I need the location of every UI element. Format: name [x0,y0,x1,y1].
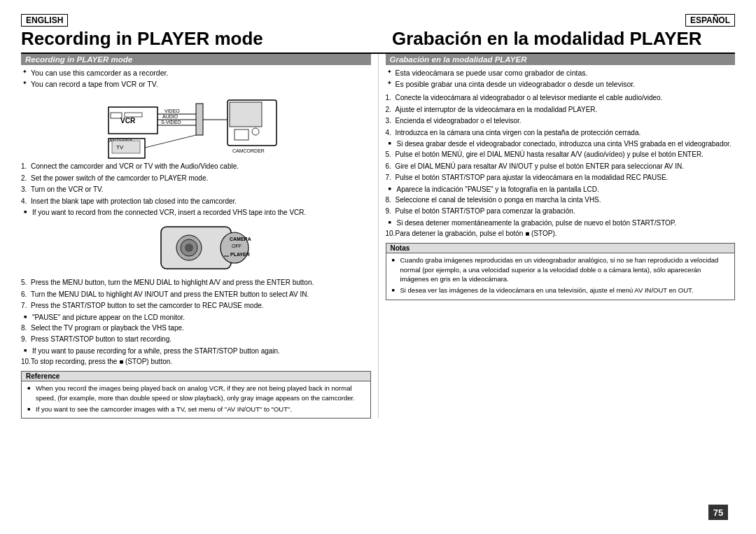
camera-dial-diagram: CAMERA OFF PLAYER [126,220,266,276]
lang-english: ENGLISH [21,14,68,27]
page: ENGLISH ESPAÑOL Recording in PLAYER mode… [0,0,756,534]
ref-es-2: Si desea ver las imágenes de la videocám… [391,286,731,295]
step-en-4: 4. Insert the blank tape with protection… [21,197,371,207]
intro-es-1: Esta videocámara se puede usar como grab… [387,68,736,78]
intro-en-1: You can use this camcorder as a recorder… [22,68,371,78]
intro-en-2: You can record a tape from VCR or TV. [22,79,371,90]
top-labels: ENGLISH ESPAÑOL [21,14,735,27]
diagram-top-en: VCR ANTENNA VIDEO AUDIO S-VIDEO [21,93,371,160]
diagram-bottom-en: CAMERA OFF PLAYER [21,220,371,276]
svg-point-19 [252,128,259,135]
svg-point-25 [185,244,193,252]
step-en-9-sub: If you want to pause recording for a whi… [21,346,371,356]
page-number: 75 [708,505,728,520]
steps-es: 1. Conecte la videocámara al videograbad… [386,93,736,239]
content-area: Recording in PLAYER mode You can use thi… [21,54,735,419]
svg-rect-18 [234,129,248,140]
step-es-7: 7. Pulse el botón START/STOP para ajusta… [386,173,736,183]
step-en-5: 5. Press the MENU button, turn the MENU … [21,278,371,288]
section-header-es: Grabación en la modalidad PLAYER [386,54,736,65]
intro-en: You can use this camcorder as a recorder… [21,68,371,89]
step-es-9-sub: Si desea detener momentáneamente la grab… [386,218,736,228]
step-es-9: 9. Pulse el botón START/STOP para comenz… [386,206,736,217]
step-en-2: 2. Set the power switch of the camcorder… [21,174,371,184]
svg-text:CAMCORDER: CAMCORDER [232,148,265,153]
lang-espanol: ESPAÑOL [685,14,735,27]
main-title-english: Recording in PLAYER mode [21,28,378,50]
reference-box-es: Notas Cuando graba imágenes reproducidas… [386,243,736,300]
reference-header-en: Reference [22,372,370,381]
svg-text:PLAYER: PLAYER [230,252,250,257]
step-en-7-sub: "PAUSE" and picture appear on the LCD mo… [21,313,371,323]
reference-box-en: Reference When you record the images bei… [21,371,371,419]
step-es-4: 4. Introduzca en la cámara una cinta vir… [386,128,736,139]
ref-en-1: When you record the images being played … [26,384,366,402]
step-en-7: 7. Press the START/STOP button to set th… [21,301,371,311]
intro-es-2: Es posible grabar una cinta desde un vid… [387,79,736,90]
step-es-5: 5. Pulse el botón MENÚ, gire el DIAL MEN… [386,150,736,160]
svg-text:S-VIDEO: S-VIDEO [161,120,181,125]
spanish-column: Grabación en la modalidad PLAYER Esta vi… [379,54,736,419]
main-title-spanish: Grabación en la modalidad PLAYER [378,28,735,50]
main-titles: Recording in PLAYER mode Grabación en la… [21,28,735,54]
intro-es: Esta videocámara se puede usar como grab… [386,68,736,89]
connection-diagram: VCR ANTENNA VIDEO AUDIO S-VIDEO [105,93,287,160]
step-en-1: 1. Connect the camcorder and VCR or TV w… [21,162,371,172]
step-en-10: 10. To stop recording, press the ■ (STOP… [21,357,371,367]
step-es-2: 2. Ajuste el interruptor de la videocáma… [386,105,736,115]
step-es-1: 1. Conecte la videocámara al videograbad… [386,93,736,104]
svg-rect-11 [196,104,203,135]
svg-text:TV: TV [116,144,124,150]
section-header-en: Recording in PLAYER mode [21,54,371,65]
steps-en-cont: 5. Press the MENU button, turn the MENU … [21,278,371,367]
step-es-10: 10. Para detener la grabación, pulse el … [386,229,736,239]
svg-text:AUDIO: AUDIO [162,114,178,119]
step-en-8: 8. Select the TV program or playback the… [21,323,371,334]
step-en-6: 6. Turn the MENU DIAL to highlight AV IN… [21,290,371,300]
step-en-9: 9. Press START/STOP button to start reco… [21,335,371,345]
reference-header-es: Notas [386,244,735,253]
step-es-8: 8. Seleccione el canal de televisión o p… [386,195,736,206]
reference-body-es: Cuando graba imágenes reproducidas en un… [386,253,735,299]
step-es-3: 3. Encienda el videograbador o el televi… [386,116,736,127]
svg-text:VIDEO: VIDEO [164,108,180,113]
svg-rect-17 [230,102,262,127]
step-es-7-sub: Aparece la indicación "PAUSE" y la fotog… [386,185,736,195]
ref-en-2: If you want to see the camcorder images … [26,405,366,414]
ref-es-1: Cuando graba imágenes reproducidas en un… [391,255,731,283]
svg-text:VCR: VCR [120,117,136,125]
svg-text:CAMERA: CAMERA [230,237,251,241]
reference-body-en: When you record the images being played … [22,381,370,418]
step-es-6: 6. Gire el DIAL MENÚ para resaltar AV IN… [386,162,736,172]
steps-en: 1. Connect the camcorder and VCR or TV w… [21,162,371,218]
step-en-3: 3. Turn on the VCR or TV. [21,185,371,195]
step-es-4-sub: Si desea grabar desde el videograbador c… [386,139,736,149]
svg-line-15 [145,135,196,148]
english-column: Recording in PLAYER mode You can use thi… [21,54,379,419]
svg-text:OFF: OFF [232,244,241,248]
step-en-4-sub: If you want to record from the connected… [21,208,371,218]
